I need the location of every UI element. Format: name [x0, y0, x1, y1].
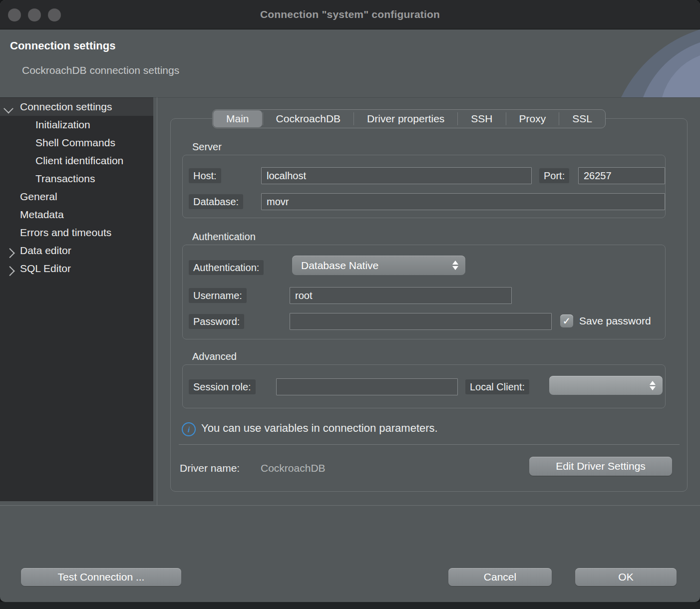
host-input[interactable] — [261, 167, 532, 184]
server-group-label: Server — [192, 141, 222, 153]
tree-item-general[interactable]: General — [0, 188, 153, 206]
driver-name-value: CockroachDB — [261, 462, 326, 474]
page-subtitle: CockroachDB connection settings — [22, 64, 179, 76]
tab-ssh[interactable]: SSH — [458, 110, 505, 128]
select-arrows-icon — [650, 381, 656, 390]
save-password-label[interactable]: Save password — [579, 315, 666, 327]
background-strip — [0, 602, 700, 609]
database-label: Database: — [189, 194, 243, 209]
tree-item-connection-settings[interactable]: Connection settings — [0, 98, 153, 116]
chevron-down-icon[interactable] — [5, 103, 12, 115]
local-client-label: Local Client: — [465, 379, 529, 394]
tree-item-initialization[interactable]: Initialization — [0, 116, 153, 134]
footer-divider — [0, 505, 700, 506]
edit-driver-settings-button[interactable]: Edit Driver Settings — [529, 457, 672, 476]
session-role-label: Session role: — [189, 379, 256, 394]
port-label: Port: — [539, 168, 569, 183]
connection-configuration-dialog: Connection "system" configuration Connec… — [0, 0, 700, 602]
checkmark-icon: ✓ — [563, 315, 571, 327]
sidebar-divider — [157, 97, 157, 505]
info-message: You can use variables in connection para… — [201, 422, 438, 435]
minimize-window-icon[interactable] — [28, 8, 41, 21]
driver-name-label: Driver name: — [180, 462, 240, 474]
decorative-swoosh — [595, 29, 700, 97]
test-connection-button[interactable]: Test Connection ... — [21, 568, 181, 586]
page-title: Connection settings — [10, 39, 115, 52]
tree-item-shell-commands[interactable]: Shell Commands — [0, 134, 153, 152]
tab-main[interactable]: Main — [213, 110, 262, 127]
password-input[interactable] — [290, 313, 552, 330]
advanced-group-label: Advanced — [192, 351, 237, 362]
authentication-select[interactable]: Database Native — [292, 256, 465, 275]
info-icon: i — [182, 422, 196, 436]
driver-separator — [179, 444, 680, 445]
authentication-label: Authentication: — [189, 260, 264, 275]
database-input[interactable] — [261, 193, 665, 210]
close-window-icon[interactable] — [8, 8, 21, 21]
port-input[interactable] — [578, 167, 665, 184]
title-bar: Connection "system" configuration — [0, 0, 700, 29]
window-controls — [8, 8, 61, 21]
tree-item-sql-editor[interactable]: SQL Editor — [0, 260, 153, 278]
select-arrows-icon — [452, 261, 458, 270]
host-label: Host: — [189, 168, 221, 183]
ok-button[interactable]: OK — [575, 568, 677, 586]
chevron-right-icon[interactable] — [5, 247, 12, 259]
tree-item-data-editor[interactable]: Data editor — [0, 242, 153, 260]
authentication-group-label: Authentication — [192, 231, 256, 243]
tab-ssl[interactable]: SSL — [559, 110, 605, 128]
tab-bar: Main CockroachDB Driver properties SSH P… — [212, 109, 606, 128]
username-label: Username: — [189, 288, 247, 303]
save-password-checkbox[interactable]: ✓ — [560, 314, 573, 327]
local-client-select[interactable] — [549, 376, 663, 395]
tree-item-client-identification[interactable]: Client identification — [0, 152, 153, 170]
session-role-input[interactable] — [276, 378, 458, 395]
dialog-header: Connection settings CockroachDB connecti… — [0, 29, 700, 98]
maximize-window-icon[interactable] — [48, 8, 61, 21]
username-input[interactable] — [290, 287, 512, 304]
tab-proxy[interactable]: Proxy — [506, 110, 559, 128]
password-label: Password: — [189, 314, 244, 329]
tab-cockroachdb[interactable]: CockroachDB — [263, 110, 354, 128]
cancel-button[interactable]: Cancel — [448, 568, 552, 586]
tree-item-metadata[interactable]: Metadata — [0, 206, 153, 224]
authentication-select-value: Database Native — [301, 260, 378, 272]
settings-tree: Connection settings Initialization Shell… — [0, 97, 153, 501]
tree-item-transactions[interactable]: Transactions — [0, 170, 153, 188]
tab-driver-properties[interactable]: Driver properties — [354, 110, 457, 128]
chevron-right-icon[interactable] — [5, 265, 12, 277]
tree-item-errors-and-timeouts[interactable]: Errors and timeouts — [0, 224, 153, 242]
window-title: Connection "system" configuration — [260, 8, 440, 20]
